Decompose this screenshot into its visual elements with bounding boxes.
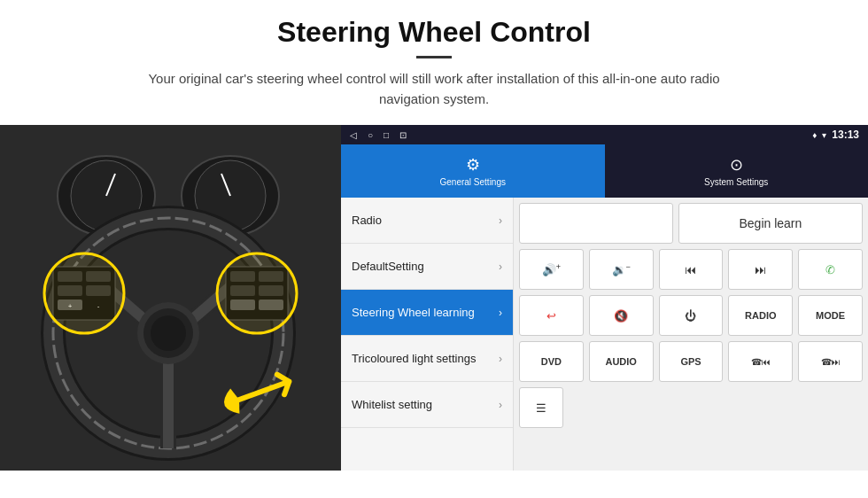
control-row-4: ☰	[519, 387, 863, 428]
hangup-icon: ↩	[546, 309, 556, 323]
mode-label: MODE	[816, 310, 845, 321]
tel-next-icon: ☎⏭	[821, 357, 841, 367]
tel-prev-icon: ☎⏮	[751, 357, 771, 367]
list-icon: ☰	[536, 401, 546, 415]
chevron-right-icon: ›	[499, 353, 502, 365]
menu-whitelist-label: Whitelist setting	[352, 398, 499, 412]
next-track-button[interactable]: ⏭	[728, 249, 793, 290]
status-bar-nav: ◁ ○ □ ⊡	[350, 130, 407, 140]
chevron-right-icon: ›	[499, 261, 502, 273]
prev-track-icon: ⏮	[685, 263, 696, 276]
tel-next-button[interactable]: ☎⏭	[798, 341, 863, 382]
menu-item-steering[interactable]: Steering Wheel learning ›	[341, 290, 513, 336]
menu-item-default[interactable]: DefaultSetting ›	[341, 244, 513, 290]
menu-icon[interactable]: ⊡	[399, 130, 407, 140]
phone-icon: ✆	[825, 263, 835, 276]
location-icon: ♦	[812, 130, 817, 140]
title-divider	[416, 56, 452, 58]
tab-general-settings[interactable]: ⚙ General Settings	[341, 144, 605, 198]
menu-tricoloured-label: Tricoloured light settings	[352, 352, 499, 366]
svg-point-35	[217, 253, 297, 333]
control-row-1: 🔊+ 🔉− ⏮ ⏭ ✆	[519, 249, 863, 290]
android-panel: ◁ ○ □ ⊡ ♦ ▾ 13:13 ⚙ General Settings ⊙ S…	[341, 125, 868, 471]
page-title: Steering Wheel Control	[35, 16, 833, 49]
gps-label: GPS	[680, 356, 701, 367]
chevron-right-icon: ›	[499, 214, 502, 227]
control-row-3: DVD AUDIO GPS ☎⏮ ☎⏭	[519, 341, 863, 382]
menu-item-radio[interactable]: Radio ›	[341, 198, 513, 244]
prev-track-button[interactable]: ⏮	[659, 249, 724, 290]
recent-icon[interactable]: □	[384, 130, 389, 140]
tab-general-label: General Settings	[440, 177, 507, 187]
power-icon: ⏻	[685, 309, 696, 323]
svg-point-18	[151, 315, 186, 351]
vol-down-button[interactable]: 🔉−	[589, 249, 654, 290]
status-bar-info: ♦ ▾ 13:13	[812, 128, 859, 141]
steering-wheel-bg: + -	[0, 125, 341, 471]
chevron-right-icon: ›	[499, 307, 502, 319]
status-bar: ◁ ○ □ ⊡ ♦ ▾ 13:13	[341, 125, 868, 144]
dvd-label: DVD	[541, 356, 562, 367]
tab-system-label: System Settings	[704, 177, 768, 187]
page-header: Steering Wheel Control Your original car…	[0, 0, 868, 118]
page-subtitle: Your original car's steering wheel contr…	[124, 69, 744, 109]
mute-button[interactable]: 🔇	[589, 295, 654, 336]
begin-learn-row: Begin learn	[519, 203, 863, 244]
steering-wheel-panel: + -	[0, 125, 341, 471]
wifi-icon: ▾	[822, 130, 826, 140]
phone-answer-button[interactable]: ✆	[798, 249, 863, 290]
radio-label: RADIO	[745, 310, 776, 321]
home-icon[interactable]: ○	[368, 130, 373, 140]
back-icon[interactable]: ◁	[350, 130, 357, 140]
tab-bar: ⚙ General Settings ⊙ System Settings	[341, 144, 868, 198]
menu-radio-label: Radio	[352, 214, 499, 228]
audio-button[interactable]: AUDIO	[589, 341, 654, 382]
content-area: Radio › DefaultSetting › Steering Wheel …	[341, 198, 868, 471]
begin-learn-button[interactable]: Begin learn	[678, 203, 863, 244]
empty-field	[519, 203, 673, 244]
chevron-right-icon: ›	[499, 399, 502, 411]
gear-icon: ⚙	[466, 155, 480, 175]
svg-point-34	[44, 253, 124, 333]
vol-down-icon: 🔉−	[612, 262, 631, 276]
power-button[interactable]: ⏻	[659, 295, 724, 336]
menu-steering-label: Steering Wheel learning	[352, 306, 499, 320]
next-track-icon: ⏭	[755, 263, 766, 276]
control-panel: Begin learn 🔊+ 🔉− ⏮ ⏭	[514, 198, 868, 471]
control-row-2: ↩ 🔇 ⏻ RADIO MODE	[519, 295, 863, 336]
phone-hangup-button[interactable]: ↩	[519, 295, 584, 336]
steering-wheel-svg: + -	[0, 125, 341, 471]
main-content: + -	[0, 125, 868, 471]
dvd-button[interactable]: DVD	[519, 341, 584, 382]
globe-icon: ⊙	[730, 155, 743, 175]
list-button[interactable]: ☰	[519, 387, 563, 428]
menu-item-whitelist[interactable]: Whitelist setting ›	[341, 382, 513, 428]
vol-up-button[interactable]: 🔊+	[519, 249, 584, 290]
menu-default-label: DefaultSetting	[352, 260, 499, 274]
gps-button[interactable]: GPS	[659, 341, 724, 382]
menu-item-tricoloured[interactable]: Tricoloured light settings ›	[341, 336, 513, 382]
vol-up-icon: 🔊+	[542, 262, 561, 276]
menu-list: Radio › DefaultSetting › Steering Wheel …	[341, 198, 514, 471]
radio-button[interactable]: RADIO	[728, 295, 793, 336]
mute-icon: 🔇	[614, 309, 628, 323]
audio-label: AUDIO	[605, 356, 636, 367]
tab-system-settings[interactable]: ⊙ System Settings	[605, 144, 869, 198]
tel-prev-button[interactable]: ☎⏮	[728, 341, 793, 382]
status-time: 13:13	[832, 128, 859, 141]
mode-button[interactable]: MODE	[798, 295, 863, 336]
